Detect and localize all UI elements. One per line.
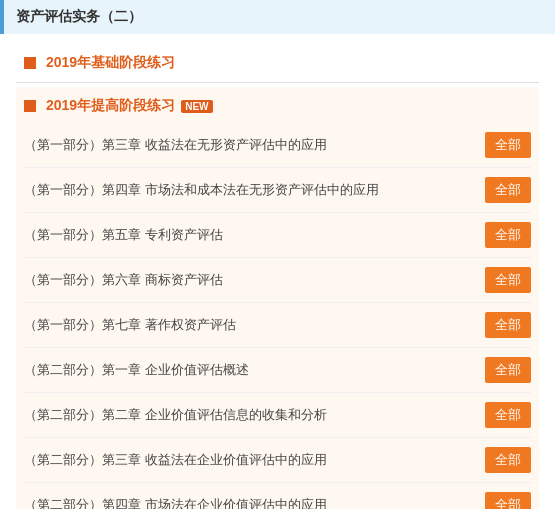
list-item: （第一部分）第三章 收益法在无形资产评估中的应用全部 — [24, 123, 531, 168]
section1-icon — [24, 57, 36, 69]
page-wrapper: 资产评估实务（二） 2019年基础阶段练习 2019年提高阶段练习 NEW （第… — [0, 0, 555, 509]
list-item: （第二部分）第四章 市场法在企业价值评估中的应用全部 — [24, 483, 531, 509]
item-text-7: （第二部分）第三章 收益法在企业价值评估中的应用 — [24, 451, 475, 469]
item-btn-3[interactable]: 全部 — [485, 267, 531, 293]
items-list: （第一部分）第三章 收益法在无形资产评估中的应用全部（第一部分）第四章 市场法和… — [24, 123, 531, 509]
section1-title: 2019年基础阶段练习 — [46, 54, 175, 72]
section2-icon — [24, 100, 36, 112]
section2: 2019年提高阶段练习 NEW （第一部分）第三章 收益法在无形资产评估中的应用… — [16, 87, 539, 509]
list-item: （第一部分）第七章 著作权资产评估全部 — [24, 303, 531, 348]
item-text-0: （第一部分）第三章 收益法在无形资产评估中的应用 — [24, 136, 475, 154]
section2-title-row: 2019年提高阶段练习 NEW — [24, 87, 531, 123]
list-item: （第二部分）第二章 企业价值评估信息的收集和分析全部 — [24, 393, 531, 438]
item-btn-1[interactable]: 全部 — [485, 177, 531, 203]
list-item: （第一部分）第五章 专利资产评估全部 — [24, 213, 531, 258]
item-btn-7[interactable]: 全部 — [485, 447, 531, 473]
list-item: （第二部分）第一章 企业价值评估概述全部 — [24, 348, 531, 393]
item-btn-0[interactable]: 全部 — [485, 132, 531, 158]
header-bar: 资产评估实务（二） — [0, 0, 555, 34]
new-badge: NEW — [181, 100, 212, 113]
list-item: （第二部分）第三章 收益法在企业价值评估中的应用全部 — [24, 438, 531, 483]
item-text-3: （第一部分）第六章 商标资产评估 — [24, 271, 475, 289]
item-btn-4[interactable]: 全部 — [485, 312, 531, 338]
item-text-8: （第二部分）第四章 市场法在企业价值评估中的应用 — [24, 496, 475, 509]
section2-title: 2019年提高阶段练习 — [46, 97, 175, 115]
item-text-2: （第一部分）第五章 专利资产评估 — [24, 226, 475, 244]
divider1 — [16, 82, 539, 83]
item-btn-5[interactable]: 全部 — [485, 357, 531, 383]
header-title: 资产评估实务（二） — [16, 8, 142, 24]
item-btn-6[interactable]: 全部 — [485, 402, 531, 428]
item-text-5: （第二部分）第一章 企业价值评估概述 — [24, 361, 475, 379]
item-text-4: （第一部分）第七章 著作权资产评估 — [24, 316, 475, 334]
list-item: （第一部分）第六章 商标资产评估全部 — [24, 258, 531, 303]
item-btn-2[interactable]: 全部 — [485, 222, 531, 248]
list-item: （第一部分）第四章 市场法和成本法在无形资产评估中的应用全部 — [24, 168, 531, 213]
item-btn-8[interactable]: 全部 — [485, 492, 531, 509]
content-area: 2019年基础阶段练习 2019年提高阶段练习 NEW （第一部分）第三章 收益… — [0, 34, 555, 509]
item-text-6: （第二部分）第二章 企业价值评估信息的收集和分析 — [24, 406, 475, 424]
section1: 2019年基础阶段练习 — [16, 44, 539, 80]
section1-title-row: 2019年基础阶段练习 — [24, 44, 531, 80]
item-text-1: （第一部分）第四章 市场法和成本法在无形资产评估中的应用 — [24, 181, 475, 199]
